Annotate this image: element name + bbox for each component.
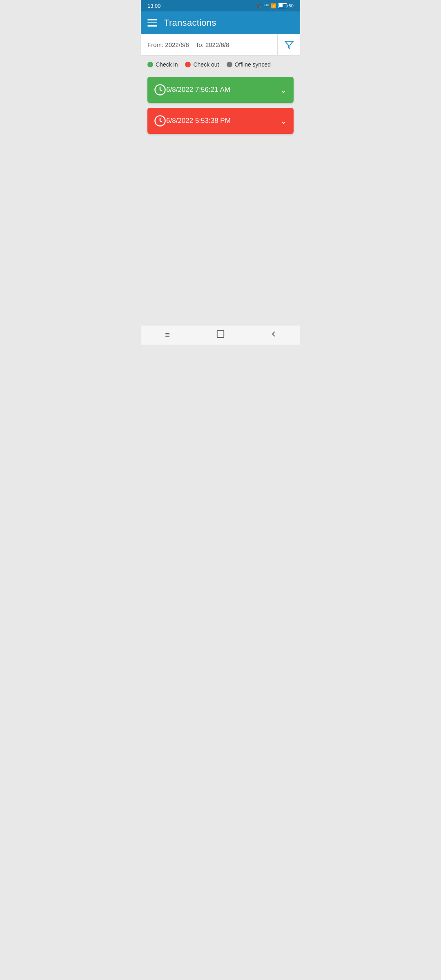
transaction-card-checkout[interactable]: 6/8/2022 5:53:38 PM ⌄ (147, 108, 294, 134)
status-time: 13:00 (147, 3, 161, 9)
menu-button[interactable] (147, 19, 157, 27)
check-out-dot (185, 62, 191, 67)
to-date: To: 2022/6/8 (196, 41, 229, 48)
headphone-icon: 🎧 (256, 3, 262, 9)
nav-back-button[interactable] (261, 325, 286, 345)
checkout-chevron-icon: ⌄ (280, 116, 287, 126)
page-title: Transactions (164, 18, 216, 28)
legend-offline: Offline synced (227, 61, 271, 68)
checkin-chevron-icon: ⌄ (280, 85, 287, 95)
offline-dot (227, 62, 232, 67)
legend: Check in Check out Offline synced (141, 56, 300, 74)
from-date: From: 2022/6/8 (147, 41, 189, 48)
nav-menu-button[interactable]: ≡ (155, 325, 180, 345)
transaction-card-checkin[interactable]: 6/8/2022 7:56:21 AM ⌄ (147, 77, 294, 103)
legend-check-in: Check in (147, 61, 178, 68)
date-filter-bar: From: 2022/6/8 To: 2022/6/8 (141, 34, 300, 56)
filter-button[interactable] (277, 34, 300, 56)
bottom-nav: ≡ (141, 325, 300, 345)
checkout-datetime: 6/8/2022 5:53:38 PM (166, 117, 280, 125)
status-icons: 🎧 ⁴⁴ᴳ 📶 50 (256, 3, 294, 9)
clock-icon-checkin (154, 84, 166, 96)
nav-back-icon (269, 330, 278, 341)
battery-level: 50 (289, 3, 294, 8)
filter-icon (284, 40, 294, 50)
network-icon: ⁴⁴ᴳ (264, 4, 269, 8)
check-in-dot (147, 62, 153, 67)
app-bar: Transactions (141, 11, 300, 34)
nav-home-icon (216, 330, 225, 341)
status-bar: 13:00 🎧 ⁴⁴ᴳ 📶 50 (141, 0, 300, 11)
check-out-label: Check out (193, 61, 219, 68)
battery-icon (278, 3, 287, 8)
check-in-label: Check in (156, 61, 178, 68)
svg-rect-3 (217, 331, 224, 338)
legend-check-out: Check out (185, 61, 219, 68)
svg-marker-0 (285, 41, 293, 49)
nav-menu-icon: ≡ (165, 330, 170, 340)
nav-home-button[interactable] (208, 325, 233, 345)
signal-icon: 📶 (271, 3, 276, 9)
clock-icon-checkout (154, 115, 166, 127)
transactions-list: 6/8/2022 7:56:21 AM ⌄ 6/8/2022 5:53:38 P… (141, 74, 300, 137)
offline-label: Offline synced (235, 61, 271, 68)
checkin-datetime: 6/8/2022 7:56:21 AM (166, 86, 280, 94)
date-range[interactable]: From: 2022/6/8 To: 2022/6/8 (141, 41, 277, 48)
